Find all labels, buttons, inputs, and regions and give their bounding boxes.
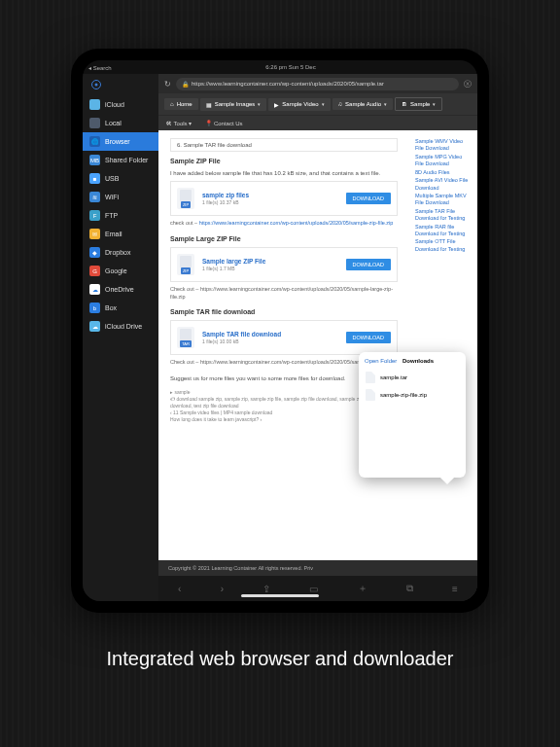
sidebar-item-label: USB (105, 175, 119, 182)
back-icon[interactable]: ‹ (178, 584, 181, 594)
nav-tools[interactable]: 🛠 Tools ▾ (166, 120, 192, 126)
file-link[interactable]: Sample large ZIP File (202, 258, 338, 265)
browser-pane: ↻ 🔒 https://www.learningcontainer.com/wp… (158, 74, 477, 601)
sidebar-item-label: Box (105, 304, 117, 311)
lock-icon: 🔒 (182, 81, 189, 88)
sidebar-item-wifi[interactable]: ≋WiFi (83, 188, 158, 206)
bookmarks-icon[interactable]: ▭ (309, 584, 318, 594)
sidebar-item-ftp[interactable]: FFTP (83, 206, 158, 225)
heading-tar: Sample TAR file download (170, 308, 398, 315)
sidebar-item-onedrive[interactable]: ☁OneDrive (83, 280, 158, 299)
clock: 6:26 pm Sun 5 Dec (112, 64, 471, 70)
link[interactable]: Sample RAR file Download for Testing (415, 224, 472, 238)
file-meta: 1 file(s) 1.7 MB (202, 266, 338, 271)
nav-sample[interactable]: 🗎Sample▾ (395, 97, 442, 111)
link[interactable]: Sample WMV Video File Download (415, 138, 472, 153)
usb-icon: ■ (89, 173, 100, 184)
download-button[interactable]: DOWNLOAD (346, 332, 391, 343)
tabs-icon[interactable]: ⧉ (406, 583, 413, 594)
link[interactable]: Sample TAR File Download for Testing (415, 208, 472, 223)
sidebar-item-label: Dropbox (105, 249, 130, 256)
reload-icon[interactable]: ↻ (164, 80, 171, 89)
sidebar-item-shared-folder[interactable]: MBShared Folder (83, 151, 158, 169)
share-icon[interactable]: ⇪ (262, 584, 270, 594)
sidebar-item-email[interactable]: ✉Email (83, 225, 158, 243)
link[interactable]: https://www.learningcontainer.com/wp-con… (199, 220, 394, 226)
url-input[interactable]: 🔒 https://www.learningcontainer.com/wp-c… (176, 78, 459, 90)
wrench-icon: 🛠 (166, 121, 172, 126)
shared-icon: MB (89, 155, 100, 165)
paragraph: I have added below sample file that has … (170, 169, 398, 177)
back-to-search[interactable]: ◂ Search (88, 64, 112, 71)
sidebar-item-label: iCloud (105, 101, 124, 108)
download-button[interactable]: DOWNLOAD (346, 259, 391, 270)
video-icon: ▶ (274, 101, 279, 108)
download-row[interactable]: sample-zip-file.zip (365, 386, 460, 404)
heading-large-zip: Sample Large ZIP File (170, 235, 398, 242)
link[interactable]: Multiple Sample MKV File Download (415, 193, 472, 207)
chevron-down-icon: ▾ (384, 101, 387, 107)
audio-icon: ♫ (338, 101, 343, 107)
article: 6. Sample TAR file download Sample ZIP F… (158, 130, 409, 560)
heading-zip: Sample ZIP File (170, 158, 398, 164)
sidebar-item-google[interactable]: GGoogle (83, 262, 158, 280)
sidebar-item-label: Shared Folder (105, 157, 148, 163)
clear-icon[interactable]: ⓧ (464, 79, 472, 89)
pin-icon: 📍 (205, 121, 212, 126)
new-tab-icon[interactable]: ＋ (358, 582, 368, 595)
sidebar-item-label: OneDrive (105, 286, 134, 293)
nav-sample-images[interactable]: ▦Sample Images▾ (200, 98, 267, 111)
web-page: 6. Sample TAR file download Sample ZIP F… (158, 130, 477, 560)
site-subnav: 🛠 Tools ▾ 📍 Contact Us (158, 115, 477, 130)
app-icon[interactable] (83, 74, 158, 95)
nav-sample-video[interactable]: ▶Sample Video▾ (268, 98, 330, 111)
download-row[interactable]: sample.tar (365, 369, 460, 386)
screen: ◂ Search 6:26 pm Sun 5 Dec . iCloud Loca (83, 60, 477, 601)
sidebar-item-dropbox[interactable]: ◆Dropbox (83, 243, 158, 262)
forward-icon[interactable]: › (221, 584, 224, 594)
sidebar-item-icloud-drive[interactable]: ☁iCloud Drive (83, 317, 158, 336)
sidebar-item-local[interactable]: Local (83, 114, 158, 132)
wifi-icon: ≋ (89, 192, 100, 202)
status-bar: ◂ Search 6:26 pm Sun 5 Dec . (83, 60, 477, 74)
open-folder-link[interactable]: Open Folder (365, 358, 397, 364)
doc-icon: 🗎 (402, 101, 407, 107)
source-sidebar: iCloud Local 🌐 Browser MBShared Folder ■… (83, 74, 158, 601)
chevron-down-icon: ▾ (189, 121, 192, 126)
ftp-icon: F (89, 210, 100, 221)
link[interactable]: 8D Audio Files (415, 169, 472, 176)
link[interactable]: Sample AVI Video File Download (415, 177, 472, 192)
sidebar-item-browser[interactable]: 🌐 Browser (83, 132, 158, 151)
tablet-frame: ◂ Search 6:26 pm Sun 5 Dec . iCloud Loca (71, 49, 489, 613)
sidebar-item-usb[interactable]: ■USB (83, 169, 158, 188)
nav-home[interactable]: ⌂Home (164, 98, 198, 110)
sidebar-item-icloud[interactable]: iCloud (83, 95, 158, 114)
link[interactable]: Sample MPG Video File Download (415, 154, 472, 168)
file-link[interactable]: sample zip files (202, 192, 338, 198)
checkout-line: check out – https://www.learningcontaine… (170, 220, 398, 228)
sidebar-item-label: Google (105, 267, 127, 274)
nav-contact[interactable]: 📍 Contact Us (205, 120, 242, 126)
chevron-down-icon: ▾ (433, 101, 436, 107)
home-indicator[interactable] (241, 594, 319, 597)
sidebar-item-label: FTP (105, 212, 118, 219)
file-meta: 1 file(s) 10.37 kB (202, 199, 338, 205)
sidebar-item-label: Browser (105, 138, 130, 145)
sidebar-item-box[interactable]: bBox (83, 299, 158, 317)
file-icon (366, 372, 375, 383)
download-filename: sample.tar (380, 374, 407, 380)
download-button[interactable]: DOWNLOAD (346, 193, 391, 204)
link[interactable]: Sample OTT File Download for Testing (415, 238, 472, 253)
download-card: ZIP sample zip files 1 file(s) 10.37 kB … (170, 181, 398, 216)
popup-header: Open Folder Downloads (365, 358, 460, 364)
chevron-down-icon: ▾ (322, 101, 325, 107)
browser-toolbar: ‹ › ⇪ ▭ ＋ ⧉ ≡ (158, 576, 477, 601)
sidebar-item-label: Local (105, 120, 122, 126)
nav-sample-audio[interactable]: ♫Sample Audio▾ (332, 98, 394, 110)
file-link[interactable]: Sample TAR file download (202, 331, 338, 338)
list-icon[interactable]: ≡ (452, 584, 458, 594)
downloads-popup: Open Folder Downloads sample.tar sample-… (359, 352, 466, 478)
site-nav: ⌂Home ▦Sample Images▾ ▶Sample Video▾ ♫Sa… (158, 93, 477, 115)
marketing-caption: Integrated web browser and downloader (107, 648, 454, 670)
file-icon: ZIP (177, 188, 194, 209)
